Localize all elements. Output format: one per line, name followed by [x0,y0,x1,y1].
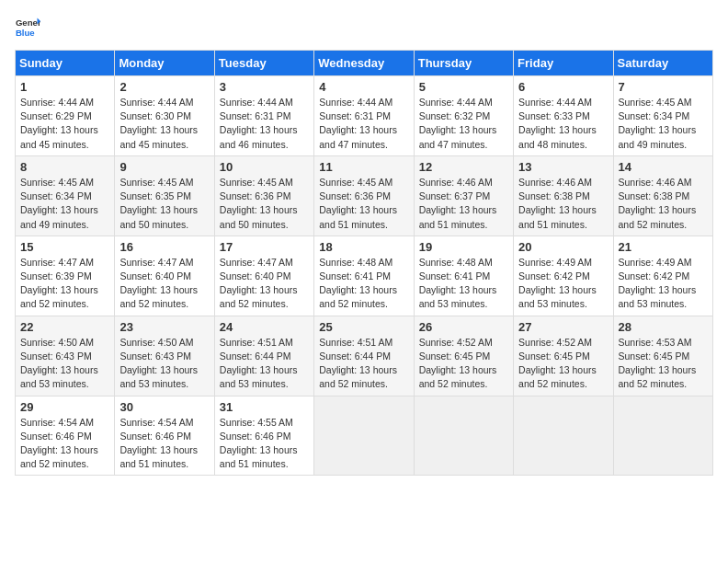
day-info: Sunrise: 4:44 AM Sunset: 6:30 PM Dayligh… [119,96,209,152]
header: General Blue [15,15,713,40]
day-info: Sunrise: 4:46 AM Sunset: 6:38 PM Dayligh… [518,176,608,232]
calendar-week-row: 8Sunrise: 4:45 AM Sunset: 6:34 PM Daylig… [16,155,713,236]
day-info: Sunrise: 4:45 AM Sunset: 6:36 PM Dayligh… [220,176,309,232]
calendar-cell: 10Sunrise: 4:45 AM Sunset: 6:36 PM Dayli… [214,155,313,236]
day-info: Sunrise: 4:46 AM Sunset: 6:37 PM Dayligh… [419,176,508,232]
calendar-cell: 20Sunrise: 4:49 AM Sunset: 6:42 PM Dayli… [514,236,613,316]
calendar-cell: 31Sunrise: 4:55 AM Sunset: 6:46 PM Dayli… [214,396,313,476]
calendar-cell: 19Sunrise: 4:48 AM Sunset: 6:41 PM Dayli… [414,236,513,316]
calendar-cell: 14Sunrise: 4:46 AM Sunset: 6:38 PM Dayli… [613,155,712,236]
day-info: Sunrise: 4:50 AM Sunset: 6:43 PM Dayligh… [20,336,109,392]
calendar-cell: 18Sunrise: 4:48 AM Sunset: 6:41 PM Dayli… [314,236,414,316]
calendar-cell: 7Sunrise: 4:45 AM Sunset: 6:34 PM Daylig… [613,76,712,156]
calendar-cell: 12Sunrise: 4:46 AM Sunset: 6:37 PM Dayli… [414,155,513,236]
day-number: 31 [220,400,309,414]
calendar-cell [613,396,712,476]
day-number: 19 [419,240,508,254]
day-header-thursday: Thursday [414,51,513,76]
day-number: 21 [619,240,708,254]
day-number: 17 [220,240,309,254]
calendar-cell: 6Sunrise: 4:44 AM Sunset: 6:33 PM Daylig… [514,76,613,156]
calendar-cell: 16Sunrise: 4:47 AM Sunset: 6:40 PM Dayli… [115,236,214,316]
calendar-cell [414,396,513,476]
day-info: Sunrise: 4:49 AM Sunset: 6:42 PM Dayligh… [619,256,708,312]
day-info: Sunrise: 4:44 AM Sunset: 6:29 PM Dayligh… [20,96,109,152]
calendar-cell: 30Sunrise: 4:54 AM Sunset: 6:46 PM Dayli… [115,396,214,476]
day-number: 12 [419,160,508,174]
calendar-header-row: SundayMondayTuesdayWednesdayThursdayFrid… [16,51,713,76]
calendar-week-row: 1Sunrise: 4:44 AM Sunset: 6:29 PM Daylig… [16,76,713,156]
day-info: Sunrise: 4:46 AM Sunset: 6:38 PM Dayligh… [619,176,708,232]
calendar-cell: 9Sunrise: 4:45 AM Sunset: 6:35 PM Daylig… [115,155,214,236]
day-info: Sunrise: 4:45 AM Sunset: 6:34 PM Dayligh… [20,176,109,232]
day-header-monday: Monday [115,51,214,76]
calendar-table: SundayMondayTuesdayWednesdayThursdayFrid… [15,50,713,476]
day-number: 20 [518,240,608,254]
calendar-cell: 3Sunrise: 4:44 AM Sunset: 6:31 PM Daylig… [214,76,313,156]
day-header-saturday: Saturday [613,51,712,76]
calendar-cell: 27Sunrise: 4:52 AM Sunset: 6:45 PM Dayli… [514,316,613,396]
day-info: Sunrise: 4:49 AM Sunset: 6:42 PM Dayligh… [518,256,608,312]
day-number: 3 [220,80,309,94]
day-number: 13 [518,160,608,174]
day-header-tuesday: Tuesday [214,51,313,76]
day-info: Sunrise: 4:54 AM Sunset: 6:46 PM Dayligh… [20,416,109,472]
day-info: Sunrise: 4:44 AM Sunset: 6:31 PM Dayligh… [220,96,309,152]
day-number: 27 [518,320,608,334]
day-info: Sunrise: 4:52 AM Sunset: 6:45 PM Dayligh… [518,336,608,392]
day-info: Sunrise: 4:44 AM Sunset: 6:33 PM Dayligh… [518,96,608,152]
day-info: Sunrise: 4:47 AM Sunset: 6:39 PM Dayligh… [20,256,109,312]
day-number: 11 [319,160,408,174]
day-number: 30 [119,400,209,414]
logo: General Blue [15,15,40,40]
calendar-cell: 15Sunrise: 4:47 AM Sunset: 6:39 PM Dayli… [16,236,115,316]
day-number: 28 [619,320,708,334]
day-number: 9 [119,160,209,174]
day-header-wednesday: Wednesday [314,51,414,76]
calendar-cell: 11Sunrise: 4:45 AM Sunset: 6:36 PM Dayli… [314,155,414,236]
day-info: Sunrise: 4:55 AM Sunset: 6:46 PM Dayligh… [220,416,309,472]
calendar-cell: 17Sunrise: 4:47 AM Sunset: 6:40 PM Dayli… [214,236,313,316]
calendar-week-row: 29Sunrise: 4:54 AM Sunset: 6:46 PM Dayli… [16,396,713,476]
calendar-cell: 13Sunrise: 4:46 AM Sunset: 6:38 PM Dayli… [514,155,613,236]
calendar-cell: 26Sunrise: 4:52 AM Sunset: 6:45 PM Dayli… [414,316,513,396]
svg-text:General: General [16,17,40,28]
day-info: Sunrise: 4:47 AM Sunset: 6:40 PM Dayligh… [119,256,209,312]
calendar-cell [314,396,414,476]
calendar-cell: 2Sunrise: 4:44 AM Sunset: 6:30 PM Daylig… [115,76,214,156]
day-header-sunday: Sunday [16,51,115,76]
day-number: 5 [419,80,508,94]
calendar-cell: 28Sunrise: 4:53 AM Sunset: 6:45 PM Dayli… [613,316,712,396]
svg-text:Blue: Blue [16,28,35,38]
day-number: 26 [419,320,508,334]
day-info: Sunrise: 4:44 AM Sunset: 6:31 PM Dayligh… [319,96,408,152]
day-header-friday: Friday [514,51,613,76]
day-info: Sunrise: 4:52 AM Sunset: 6:45 PM Dayligh… [419,336,508,392]
day-number: 2 [119,80,209,94]
day-info: Sunrise: 4:44 AM Sunset: 6:32 PM Dayligh… [419,96,508,152]
day-info: Sunrise: 4:51 AM Sunset: 6:44 PM Dayligh… [220,336,309,392]
calendar-cell: 25Sunrise: 4:51 AM Sunset: 6:44 PM Dayli… [314,316,414,396]
day-info: Sunrise: 4:48 AM Sunset: 6:41 PM Dayligh… [419,256,508,312]
day-info: Sunrise: 4:47 AM Sunset: 6:40 PM Dayligh… [220,256,309,312]
day-number: 4 [319,80,408,94]
day-info: Sunrise: 4:54 AM Sunset: 6:46 PM Dayligh… [119,416,209,472]
day-info: Sunrise: 4:45 AM Sunset: 6:36 PM Dayligh… [319,176,408,232]
calendar-week-row: 22Sunrise: 4:50 AM Sunset: 6:43 PM Dayli… [16,316,713,396]
day-info: Sunrise: 4:48 AM Sunset: 6:41 PM Dayligh… [319,256,408,312]
day-number: 29 [20,400,109,414]
calendar-week-row: 15Sunrise: 4:47 AM Sunset: 6:39 PM Dayli… [16,236,713,316]
calendar-cell: 4Sunrise: 4:44 AM Sunset: 6:31 PM Daylig… [314,76,414,156]
calendar-cell: 21Sunrise: 4:49 AM Sunset: 6:42 PM Dayli… [613,236,712,316]
day-number: 23 [119,320,209,334]
calendar-cell: 24Sunrise: 4:51 AM Sunset: 6:44 PM Dayli… [214,316,313,396]
day-info: Sunrise: 4:51 AM Sunset: 6:44 PM Dayligh… [319,336,408,392]
day-info: Sunrise: 4:50 AM Sunset: 6:43 PM Dayligh… [119,336,209,392]
day-number: 16 [119,240,209,254]
day-info: Sunrise: 4:45 AM Sunset: 6:34 PM Dayligh… [619,96,708,152]
day-number: 25 [319,320,408,334]
day-number: 15 [20,240,109,254]
day-number: 10 [220,160,309,174]
day-number: 22 [20,320,109,334]
day-number: 18 [319,240,408,254]
